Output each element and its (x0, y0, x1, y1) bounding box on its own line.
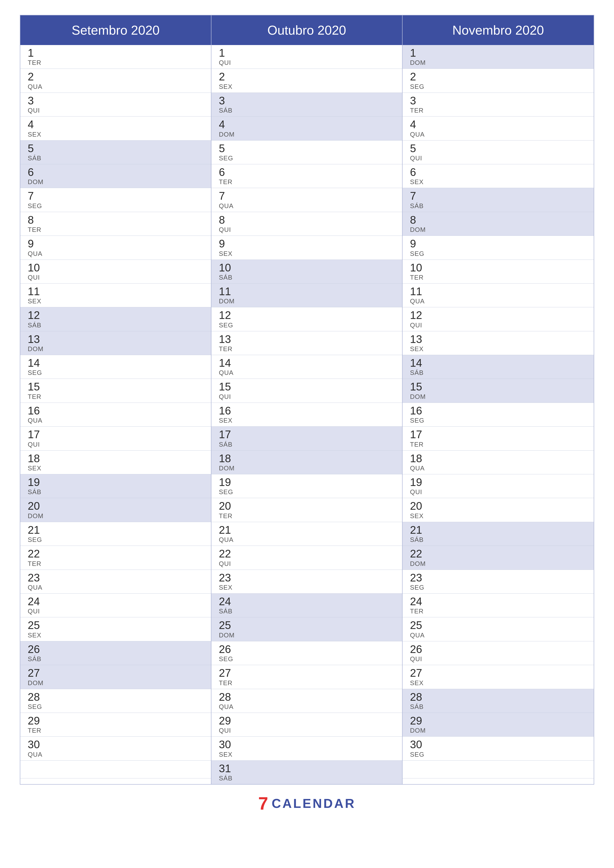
day-name-2-2: TER (410, 107, 586, 114)
day-number-1-26: 27 (219, 667, 395, 679)
day-cell-0-14: 15TER (20, 379, 211, 403)
day-name-2-16: TER (410, 441, 586, 448)
day-number-0-10: 11 (28, 285, 204, 298)
day-cell-2-15: 16SEG (403, 403, 594, 426)
day-number-0-19: 20 (28, 500, 204, 512)
day-number-2-21: 22 (410, 548, 586, 560)
day-name-1-30: SÁB (219, 775, 395, 782)
day-number-1-0: 1 (219, 47, 395, 59)
day-name-1-27: QUA (219, 703, 395, 711)
day-name-1-5: TER (219, 178, 395, 186)
day-cell-0-2: 3QUI (20, 93, 211, 116)
day-name-1-11: SEG (219, 321, 395, 329)
day-cell-0-13: 14SEG (20, 355, 211, 379)
day-number-1-9: 10 (219, 262, 395, 274)
day-cell-0-10: 11SEX (20, 284, 211, 307)
day-cell-0-1: 2QUA (20, 69, 211, 93)
day-number-1-10: 11 (219, 285, 395, 298)
day-name-0-23: QUI (28, 608, 204, 615)
day-name-1-9: SÁB (219, 274, 395, 281)
day-name-1-28: QUI (219, 727, 395, 735)
day-cell-2-1: 2SEG (403, 69, 594, 93)
day-name-0-25: SÁB (28, 655, 204, 663)
day-name-0-13: SEG (28, 369, 204, 377)
day-number-0-7: 8 (28, 214, 204, 226)
day-name-1-8: SEX (219, 250, 395, 257)
day-name-1-22: SEX (219, 584, 395, 591)
day-number-0-29: 30 (28, 739, 204, 750)
day-cell-1-16: 17SÁB (211, 426, 402, 450)
day-number-2-7: 8 (410, 214, 586, 226)
day-number-1-18: 19 (219, 476, 395, 488)
day-cell-2-26: 27SEX (403, 665, 594, 689)
day-number-1-15: 16 (219, 405, 395, 417)
day-cell-0-16: 17QUI (20, 426, 211, 450)
day-number-2-5: 6 (410, 166, 586, 178)
day-name-2-29: SEG (410, 751, 586, 758)
footer: 7 CALENDAR (248, 784, 366, 822)
day-name-0-2: QUI (28, 107, 204, 114)
day-number-1-8: 9 (219, 238, 395, 250)
day-cell-0-20: 21SEG (20, 522, 211, 546)
day-name-1-25: SEG (219, 655, 395, 663)
day-name-2-24: QUA (410, 631, 586, 639)
day-cell-1-17: 18DOM (211, 451, 402, 474)
day-cell-0-3: 4SEX (20, 116, 211, 140)
day-cell-1-10: 11DOM (211, 284, 402, 307)
day-number-0-9: 10 (28, 262, 204, 274)
day-name-2-9: TER (410, 274, 586, 281)
day-cell-1-21: 22QUI (211, 546, 402, 570)
day-number-2-12: 13 (410, 333, 586, 345)
day-cell-2-29: 30SEG (403, 736, 594, 760)
day-cell-1-7: 8QUI (211, 212, 402, 236)
month-header-novembro: Novembro 2020 (403, 16, 594, 45)
day-name-2-28: DOM (410, 727, 586, 735)
day-cell-0-11: 12SÁB (20, 307, 211, 331)
day-cell-1-18: 19SEG (211, 474, 402, 498)
day-number-1-6: 7 (219, 190, 395, 202)
day-name-2-18: QUI (410, 488, 586, 496)
day-cell-0-26: 27DOM (20, 665, 211, 689)
day-name-1-2: SÁB (219, 107, 395, 114)
day-cell-0-12: 13DOM (20, 331, 211, 355)
day-name-0-5: DOM (28, 178, 204, 186)
day-name-0-28: TER (28, 727, 204, 735)
day-cell-2-12: 13SEX (403, 331, 594, 355)
day-name-2-27: SÁB (410, 703, 586, 711)
day-cell-1-15: 16SEX (211, 403, 402, 426)
day-name-1-10: DOM (219, 298, 395, 305)
day-cell-2-10: 11QUA (403, 284, 594, 307)
day-name-2-17: QUA (410, 465, 586, 472)
day-number-2-16: 17 (410, 429, 586, 440)
day-name-2-15: SEG (410, 417, 586, 424)
day-number-0-0: 1 (28, 47, 204, 59)
day-cell-1-4: 5SEG (211, 141, 402, 164)
day-name-1-6: QUA (219, 202, 395, 210)
day-name-1-19: TER (219, 512, 395, 520)
day-cell-1-27: 28QUA (211, 689, 402, 713)
day-name-1-3: DOM (219, 131, 395, 138)
day-number-1-29: 30 (219, 739, 395, 750)
day-number-2-23: 24 (410, 595, 586, 608)
day-cell-2-14: 15DOM (403, 379, 594, 403)
day-number-0-23: 24 (28, 595, 204, 608)
day-number-1-27: 28 (219, 691, 395, 703)
day-cell-0-21: 22TER (20, 546, 211, 570)
day-number-0-27: 28 (28, 691, 204, 703)
day-name-2-7: DOM (410, 226, 586, 234)
day-number-0-22: 23 (28, 572, 204, 584)
day-name-2-5: SEX (410, 178, 586, 186)
day-number-1-28: 29 (219, 715, 395, 727)
day-number-2-28: 29 (410, 715, 586, 727)
day-name-0-6: SEG (28, 202, 204, 210)
day-number-0-14: 15 (28, 381, 204, 393)
day-cell-2-8: 9SEG (403, 236, 594, 260)
day-name-2-3: QUA (410, 131, 586, 138)
day-name-1-4: SEG (219, 154, 395, 162)
day-name-2-4: QUI (410, 154, 586, 162)
day-name-0-14: TER (28, 393, 204, 401)
day-number-2-10: 11 (410, 285, 586, 298)
day-name-1-12: TER (219, 345, 395, 353)
day-cell-0-25: 26SÁB (20, 641, 211, 665)
day-number-2-2: 3 (410, 95, 586, 107)
